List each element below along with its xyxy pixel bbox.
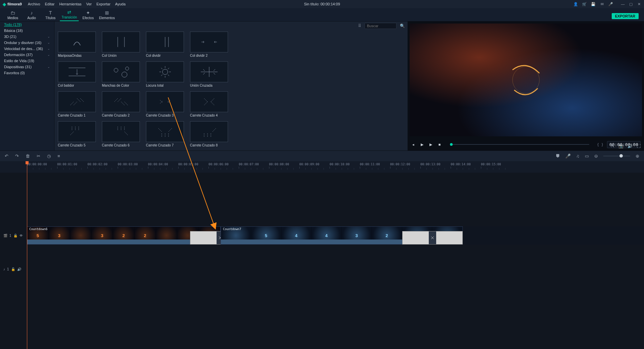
- maximize-icon[interactable]: ▢: [629, 2, 633, 6]
- gallery-item[interactable]: Carrete Cruzado 8: [190, 121, 228, 150]
- svg-point-7: [122, 72, 127, 77]
- menu-exportar[interactable]: Exportar: [97, 2, 111, 6]
- cat-basica[interactable]: Básica (18): [0, 28, 54, 34]
- lock-icon[interactable]: 🔓: [11, 267, 15, 271]
- gallery-item[interactable]: Col Unión: [102, 32, 140, 60]
- zoom-out-icon[interactable]: ⊖: [594, 154, 598, 159]
- play-button[interactable]: ▶: [420, 142, 424, 147]
- gallery-item[interactable]: Unión Cruzada: [190, 61, 228, 90]
- export-button[interactable]: EXPORTAR: [612, 13, 639, 19]
- gallery-toolbar: ⠿ 🔍: [54, 21, 408, 30]
- gallery-item[interactable]: Col batidor: [58, 61, 96, 90]
- audio-track[interactable]: [27, 253, 644, 267]
- menu-herramientas[interactable]: Herramientas: [59, 2, 81, 6]
- menu-archivo[interactable]: Archivo: [28, 2, 40, 6]
- volume-icon[interactable]: 🔊: [628, 144, 633, 148]
- gallery-item[interactable]: Carrete Cruzado 4: [190, 91, 228, 120]
- ruler-tick: 00:00:04:00: [148, 163, 168, 169]
- lock-icon[interactable]: 🔓: [13, 234, 17, 237]
- gallery-item[interactable]: Col dividir 2: [190, 32, 228, 60]
- tab-elementos[interactable]: ⊞ Elementos: [98, 10, 116, 21]
- cat-ondular[interactable]: Ondular y disolver (16)⌄: [0, 40, 54, 46]
- transition-icon: ⇄: [67, 9, 71, 15]
- gallery-item[interactable]: MariposaOndas: [58, 32, 96, 60]
- minimize-icon[interactable]: —: [620, 2, 625, 6]
- cat-favoritos[interactable]: Favoritos (0): [0, 70, 54, 76]
- tab-titulos[interactable]: T Títulos: [41, 10, 60, 21]
- cat-velocidad[interactable]: Velocidad de des... (36)⌄: [0, 46, 54, 52]
- voiceover-icon[interactable]: 🎤: [565, 154, 571, 159]
- tab-efectos[interactable]: ✦ Efectos: [79, 10, 98, 21]
- save-icon[interactable]: 💾: [591, 2, 596, 6]
- marker-braces[interactable]: { }: [597, 142, 603, 146]
- render-icon[interactable]: ▭: [585, 154, 589, 159]
- video-preview[interactable]: [410, 24, 642, 136]
- menu-ver[interactable]: Ver: [86, 2, 92, 6]
- cat-estilo[interactable]: Estilo de Vida (19): [0, 58, 54, 64]
- audio-track-icon: ♪: [3, 267, 5, 271]
- delete-button[interactable]: 🗑: [26, 154, 30, 159]
- play-all-button[interactable]: ▶: [428, 142, 433, 147]
- tab-transicion[interactable]: ⇄ Transición: [60, 9, 79, 21]
- marker-button[interactable]: ◷: [47, 154, 51, 159]
- split-button[interactable]: ✂: [37, 154, 40, 159]
- fullscreen-icon[interactable]: ⛶: [637, 144, 641, 148]
- gallery-item[interactable]: Manchas de Color: [102, 61, 140, 90]
- ruler-tick: 00:00:14:00: [451, 163, 471, 169]
- mute-icon[interactable]: 🔊: [17, 267, 21, 271]
- ruler-tick: 00:00:11:00: [360, 163, 380, 169]
- tab-label: Efectos: [82, 16, 93, 20]
- tab-label: Elementos: [99, 16, 115, 20]
- gallery-item[interactable]: Carrete Cruzado 7: [146, 121, 184, 150]
- grid-view-icon[interactable]: ⠿: [358, 24, 361, 28]
- video-track-header: 🎬 1 🔓 👁: [0, 226, 27, 245]
- search-icon[interactable]: 🔍: [400, 24, 405, 28]
- cat-3d[interactable]: 3D (21)⌄: [0, 34, 54, 40]
- text-icon: T: [49, 10, 52, 15]
- timeline-ruler[interactable]: 00:00:00:0000:00:01:0000:00:02:0000:00:0…: [0, 161, 644, 173]
- prev-frame-button[interactable]: ◂: [411, 142, 416, 147]
- mixer-icon[interactable]: ♫: [576, 154, 579, 159]
- gallery-item[interactable]: Carrete Cruzado 1: [58, 91, 96, 120]
- gallery-item[interactable]: Carrete Cruzado 3: [146, 91, 184, 120]
- gallery-item[interactable]: Locura total: [146, 61, 184, 90]
- undo-button[interactable]: ↶: [5, 154, 8, 159]
- menu-ayuda[interactable]: Ayuda: [115, 2, 125, 6]
- transition-drop-2[interactable]: [402, 231, 463, 245]
- playhead[interactable]: [27, 161, 27, 349]
- cat-todo[interactable]: Todo (178): [0, 21, 54, 28]
- eye-icon[interactable]: 👁: [20, 234, 23, 237]
- cat-deformacion[interactable]: Deformación (37)⌄: [0, 52, 54, 58]
- search-input[interactable]: [365, 23, 396, 29]
- user-icon[interactable]: 👤: [573, 2, 578, 6]
- gallery-grid[interactable]: MariposaOndas Col Unión Col dividir Col …: [54, 30, 408, 150]
- adjust-button[interactable]: ≡: [58, 154, 60, 159]
- gallery-item[interactable]: Col dividir: [146, 32, 184, 60]
- stop-button[interactable]: ■: [437, 142, 442, 146]
- timeline: ⊞ 00:00:00:0000:00:01:0000:00:02:0000:00…: [0, 161, 644, 349]
- mail-icon[interactable]: ✉: [600, 2, 604, 6]
- close-icon[interactable]: ✕: [637, 2, 641, 6]
- cart-icon[interactable]: 🛒: [582, 2, 587, 6]
- module-tabs: 🗀 Medios ♪ Audio T Títulos ⇄ Transición …: [0, 8, 644, 21]
- ruler-tick: 00:00:02:00: [87, 163, 108, 169]
- gallery-item[interactable]: Carrete Cruzado 2: [102, 91, 140, 120]
- detach-icon[interactable]: ⇱: [611, 144, 614, 148]
- preview-bottom-icons: ⇱ 📷 🔊 ⛶: [611, 144, 641, 148]
- cat-diapositivas[interactable]: Diapositivas (31)⌄: [0, 64, 54, 70]
- tab-audio[interactable]: ♪ Audio: [22, 10, 41, 21]
- redo-button[interactable]: ↷: [15, 154, 19, 159]
- video-track[interactable]: Countdown6 5 3 3 2 2 3 Countdown7: [27, 226, 644, 245]
- main-area: Todo (178) Básica (18) 3D (21)⌄ Ondular …: [0, 21, 644, 150]
- mic-icon[interactable]: 🎤: [608, 2, 613, 6]
- shield-icon[interactable]: ⛊: [556, 154, 560, 159]
- menu-editar[interactable]: Editar: [45, 2, 54, 6]
- zoom-in-icon[interactable]: ⊕: [636, 154, 639, 159]
- gallery-item[interactable]: Carrete Cruzado 5: [58, 121, 96, 150]
- audio-icon: ♪: [31, 10, 33, 15]
- tab-medios[interactable]: 🗀 Medios: [3, 10, 22, 21]
- snapshot-icon[interactable]: 📷: [618, 144, 623, 148]
- zoom-slider[interactable]: [603, 156, 630, 157]
- preview-scrubber[interactable]: [450, 144, 589, 145]
- gallery-item[interactable]: Carrete Cruzado 6: [102, 121, 140, 150]
